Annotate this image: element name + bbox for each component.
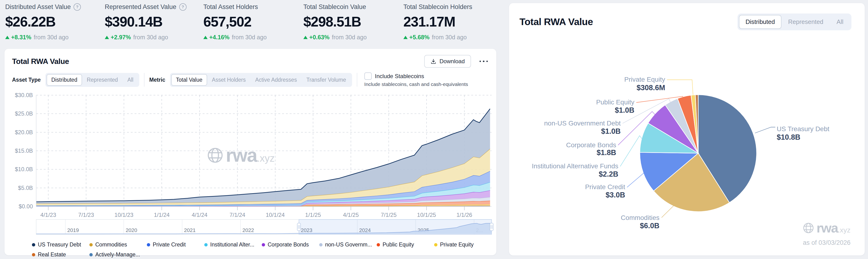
legend-dot [434,243,437,247]
metric-option-transfer-volume[interactable]: Transfer Volume [302,74,351,86]
asset-type-option-all[interactable]: All [123,74,138,86]
brush-handle-left[interactable] [297,223,301,231]
stat-represented-asset-value: Represented Asset Value?$390.14B+2.97%fr… [105,3,187,41]
stat-label: Represented Asset Value? [105,3,187,11]
x-axis-label: 4/1/25 [343,212,359,218]
pie-label-us-treasury-debt: US Treasury Debt [777,125,830,133]
y-axis-label: $25.0B [15,110,33,117]
rwa-dashboard-page: Distributed Asset Value?$26.22B+8.31%fro… [0,0,868,259]
x-axis-label: 4/1/24 [192,212,208,218]
chart-legend: US Treasury DebtCommoditiesPrivate Credi… [4,238,496,258]
stat-total-stablecoin-value: Total Stablecoin Value$298.51B+0.63%from… [303,3,367,41]
chart-card-header: Total RWA Value Download [4,49,496,68]
legend-item-actively-manage[interactable]: Actively-Manage... [89,252,147,258]
metric-option-total-value[interactable]: Total Value [171,74,207,86]
stat-delta: +5.68%from 30d ago [403,34,472,41]
pie-view-option-all[interactable]: All [830,15,850,29]
stat-label: Total Asset Holders [203,3,267,11]
pie-label-institutional-alternative-funds: Institutional Alternative Funds [532,163,618,170]
stat-value: $298.51B [303,14,367,30]
include-stablecoins-checkbox[interactable] [364,73,372,80]
up-triangle-icon [303,36,308,39]
y-axis-label: $20.0B [15,129,33,136]
brush-selection[interactable] [299,220,492,234]
divider [357,73,357,87]
pie-value-private-credit: $3.0B [606,191,625,199]
stat-value: 657,502 [203,14,267,30]
stat-value: $390.14B [105,14,187,30]
metric-label: Metric [149,77,165,83]
x-axis-label: 7/1/24 [229,212,245,218]
rwa-pie-chart: US Treasury Debt$10.8BCommodities$6.0BPr… [509,3,865,255]
legend-item-commodities[interactable]: Commodities [89,241,147,248]
x-axis-label: 7/1/23 [78,212,94,218]
stat-label: Distributed Asset Value? [5,3,81,11]
pie-leader-institutional-alternative-funds [620,136,643,167]
legend-dot [32,253,35,256]
pie-label-private-credit: Private Credit [585,183,625,191]
up-triangle-icon [5,36,9,39]
x-axis-label: 10/1/23 [115,212,133,218]
legend-dot [204,243,208,247]
up-triangle-icon [105,36,109,39]
legend-item-us-treasury-debt[interactable]: US Treasury Debt [32,241,89,248]
metric-option-asset-holders[interactable]: Asset Holders [207,74,250,86]
legend-item-private-credit[interactable]: Private Credit [147,241,204,248]
pie-view-option-distributed[interactable]: Distributed [739,15,781,29]
pie-value-corporate-bonds: $1.8B [596,148,616,157]
include-stablecoins-label: Include Stablecoins [375,73,424,80]
x-axis-label: 10/1/25 [417,212,436,218]
brush-year-label: 2020 [126,227,137,233]
x-axis-label: 1/1/26 [456,212,472,218]
stat-delta: +0.63%from 30d ago [303,34,367,41]
legend-item-non-us-governm[interactable]: non-US Governm... [319,241,377,248]
y-axis-label: $15.0B [15,147,33,154]
stat-delta: +4.16%from 30d ago [203,34,267,41]
asset-type-option-distributed[interactable]: Distributed [46,74,82,86]
more-options-button[interactable] [478,58,490,65]
y-axis-label: $30.0B [15,92,33,98]
pie-value-public-equity: $1.0B [615,106,634,114]
chart-title: Total RWA Value [12,57,69,66]
legend-item-corporate-bonds[interactable]: Corporate Bonds [262,241,319,248]
help-icon[interactable]: ? [179,3,187,11]
pie-view-option-represented[interactable]: Represented [781,15,830,29]
stat-delta: +2.97%from 30d ago [105,34,187,41]
brush-handle-right[interactable] [490,223,493,231]
pie-value-private-equity: $308.6M [637,84,665,92]
pie-card-title: Total RWA Value [520,16,593,27]
chart-header-actions: Download [424,55,489,68]
brush-year-label: 2022 [242,227,254,233]
pie-label-public-equity: Public Equity [596,98,634,106]
x-axis-label: 4/1/23 [40,212,56,218]
download-icon [430,58,436,64]
up-triangle-icon [403,36,408,39]
legend-dot [89,253,93,256]
help-icon[interactable]: ? [73,3,81,11]
x-axis-label: 7/1/25 [381,212,397,218]
pie-leader-private-equity [667,80,693,95]
include-stablecoins-caption: Include stablecoins, cash and cash-equiv… [364,81,468,87]
legend-item-private-equity[interactable]: Private Equity [434,241,492,248]
download-button[interactable]: Download [424,55,471,68]
asset-type-segmented-control: DistributedRepresentedAll [45,73,139,87]
stat-delta: +8.31%from 30d ago [5,34,81,41]
include-stablecoins-group: Include Stablecoins Include stablecoins,… [364,73,468,87]
download-label: Download [439,58,465,65]
pie-label-private-equity: Private Equity [624,76,665,83]
legend-dot [319,243,322,247]
main-chart-area: $30.0B$25.0B$20.0B$15.0B$10.0B$5.0B$0.00… [4,88,496,219]
metric-option-active-addresses[interactable]: Active Addresses [250,74,302,86]
legend-item-public-equity[interactable]: Public Equity [377,241,434,248]
brush-year-label: 2019 [67,227,79,233]
timeline-brush[interactable]: 20192020202120222023202420252... [4,219,496,238]
brush-year-label: 2021 [184,227,195,233]
asset-type-label: Asset Type [12,77,41,83]
asset-type-option-represented[interactable]: Represented [82,74,123,86]
legend-dot [377,243,380,247]
x-axis-label: 1/1/24 [154,212,170,218]
chart-controls: Asset Type DistributedRepresentedAll Met… [4,68,496,87]
legend-item-real-estate[interactable]: Real Estate [32,252,89,258]
legend-item-institutional-alter[interactable]: Institutional Alter... [204,241,262,248]
stat-label: Total Stablecoin Holders [403,3,472,11]
